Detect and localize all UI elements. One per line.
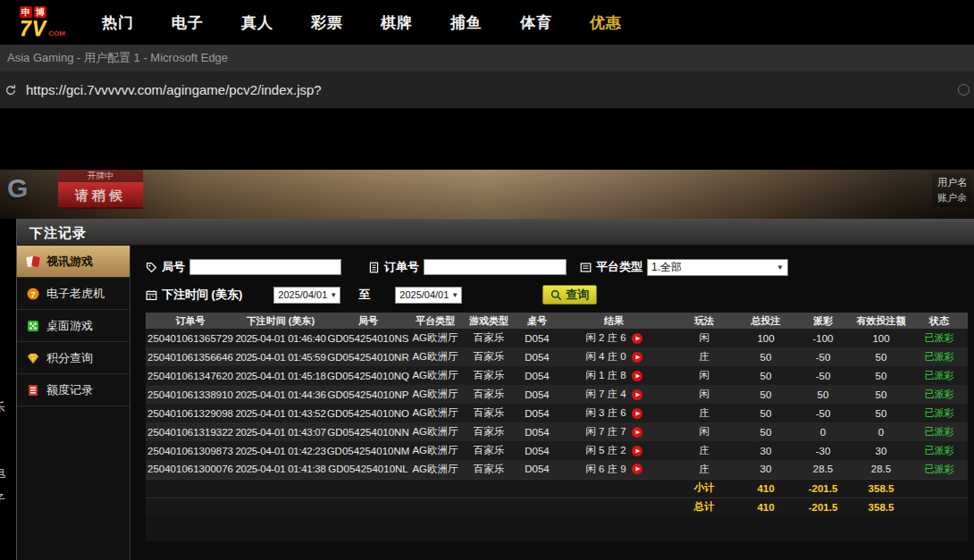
url-text[interactable]: https://gci.7vvvvvv.com/agingame/pcv2/in… [26, 82, 958, 97]
cell-bet-time: 2025-04-01 01:45:59 [235, 347, 326, 366]
result-text: 闲 1 庄 8 [585, 369, 626, 382]
play-video-icon[interactable] [632, 333, 642, 344]
cell-table-no: D054 [517, 329, 557, 347]
round-no-label: 局号 [146, 259, 185, 275]
cell-payout: 28.5 [794, 460, 852, 479]
cell-platform: AG欧洲厅 [410, 385, 460, 404]
cell-order-no: 250401061329098 [146, 404, 235, 422]
gem-icon [26, 351, 40, 365]
table-row: 2504010613000762025-04-01 01:41:38GD0542… [146, 460, 968, 479]
nav-item-3[interactable]: 真人 [241, 13, 273, 33]
play-video-icon[interactable] [632, 408, 642, 419]
platform-type-select[interactable]: 1.全部 ▼ [647, 259, 788, 276]
date-from-select[interactable]: 2025/04/01 ▼ [273, 287, 340, 304]
result-text: 闲 5 庄 2 [585, 444, 626, 457]
browser-address-bar[interactable]: https://gci.7vvvvvv.com/agingame/pcv2/in… [0, 71, 974, 109]
cell-game-type: 百家乐 [460, 441, 517, 460]
cell-play-type: 庄 [671, 347, 737, 366]
cell-valid-bet: 50 [852, 347, 911, 366]
result-text: 闲 6 庄 9 [585, 463, 626, 476]
cell-play-type: 闲 [671, 329, 737, 347]
order-no-input[interactable] [424, 259, 567, 275]
nav-item-7[interactable]: 体育 [520, 13, 552, 33]
cell-valid-bet: 50 [852, 366, 911, 385]
nav-item-6[interactable]: 捕鱼 [450, 13, 483, 33]
nav-item-2[interactable]: 电子 [172, 13, 204, 33]
nav-item-1[interactable]: 热门 [102, 13, 134, 33]
bet-time-label: 下注时间 (美东) [146, 287, 242, 303]
cell-total-bet: 50 [737, 385, 794, 404]
cell-status: 已派彩 [911, 422, 968, 441]
cell-valid-bet: 358.5 [852, 497, 911, 516]
cell-table-no: D054 [517, 366, 557, 385]
result-text: 闲 7 庄 4 [585, 388, 626, 401]
cell-payout: -100 [794, 329, 852, 347]
subtotal-row: 小计410-201.5358.5 [146, 479, 968, 497]
col-header-valid-bet: 有效投注额 [852, 313, 911, 329]
cell-table-no: D054 [517, 441, 557, 460]
cell-round-no: GD054254010NR [326, 347, 410, 366]
col-header-game-type: 游戏类型 [460, 313, 517, 329]
play-video-icon[interactable] [632, 371, 642, 381]
chevron-down-icon: ▼ [451, 291, 458, 299]
date-from-value: 2025/04/01 [278, 289, 327, 300]
site-logo[interactable]: 申 博 7V COM [20, 6, 77, 39]
cell-payout: -30 [794, 441, 852, 460]
col-header-payout: 派彩 [794, 313, 852, 329]
play-video-icon[interactable] [632, 427, 642, 438]
round-no-input[interactable] [189, 259, 341, 275]
play-video-icon[interactable] [632, 352, 642, 363]
nav-item-5[interactable]: 棋牌 [381, 13, 413, 33]
sidebar-item-5[interactable]: 额度记录 [17, 374, 130, 406]
cell-result: 闲 7 庄 4 [557, 385, 671, 404]
play-video-icon[interactable] [632, 464, 642, 474]
col-header-total-bet: 总投注 [737, 313, 794, 329]
cell-bet-time: 2025-04-01 01:43:52 [235, 404, 326, 422]
to-label: 至 [358, 287, 370, 303]
cell-bet-time: 2025-04-01 01:43:07 [235, 422, 326, 441]
date-to-select[interactable]: 2025/04/01 ▼ [395, 287, 462, 304]
cell-valid-bet: 50 [852, 404, 911, 422]
cell-status: 已派彩 [911, 441, 968, 460]
col-header-table-no: 桌号 [517, 313, 557, 329]
sidebar-item-4[interactable]: 积分查询 [17, 342, 130, 374]
sidebar-item-2[interactable]: 7电子老虎机 [17, 278, 130, 310]
cell-status: 已派彩 [911, 460, 968, 479]
cell-result: 闲 2 庄 6 [557, 329, 671, 347]
cell-valid-bet: 100 [852, 329, 911, 347]
sidebar-item-1[interactable]: 视讯游戏 [17, 246, 130, 278]
result-text: 闲 2 庄 6 [585, 331, 626, 345]
result-text: 闲 3 庄 6 [585, 406, 626, 420]
cell-result [557, 497, 671, 516]
platform-type-label-text: 平台类型 [596, 259, 642, 275]
cell-valid-bet: 30 [852, 441, 911, 460]
cell-status: 已派彩 [911, 385, 968, 404]
cell-game-type [460, 479, 517, 497]
cell-table-no: D054 [517, 422, 557, 441]
play-video-icon[interactable] [632, 446, 642, 456]
cell-valid-bet: 50 [852, 385, 911, 404]
cell-round-no: GD054254010NQ [326, 366, 410, 385]
ledger-icon [26, 383, 40, 397]
col-header-status: 状态 [911, 313, 968, 329]
page-info-icon[interactable] [958, 84, 970, 96]
cell-bet-time: 2025-04-01 01:41:38 [235, 460, 326, 479]
play-video-icon[interactable] [632, 389, 642, 400]
sidebar-item-3[interactable]: 桌面游戏 [17, 310, 130, 342]
cell-round-no: GD054254010NN [326, 422, 410, 441]
tag-icon [146, 262, 157, 273]
cell-play-type: 闲 [671, 422, 737, 441]
sidebar-item-label: 桌面游戏 [46, 318, 93, 334]
search-button[interactable]: 查询 [542, 285, 597, 305]
bet-records-table: 订单号下注时间 (美东)局号平台类型游戏类型桌号结果玩法总投注派彩有效投注额状态… [146, 313, 968, 516]
cell-platform: AG欧洲厅 [410, 404, 460, 422]
refresh-icon[interactable] [4, 84, 17, 96]
nav-item-4[interactable]: 彩票 [311, 13, 343, 33]
cell-valid-bet: 28.5 [852, 460, 911, 479]
order-no-label-text: 订单号 [384, 259, 419, 275]
dealing-banner: 开牌中 请稍候 [58, 170, 143, 209]
cell-table-no: D054 [517, 460, 557, 479]
cell-order-no [146, 479, 235, 497]
cell-game-type: 百家乐 [460, 422, 517, 441]
nav-item-8[interactable]: 优惠 [590, 13, 622, 33]
